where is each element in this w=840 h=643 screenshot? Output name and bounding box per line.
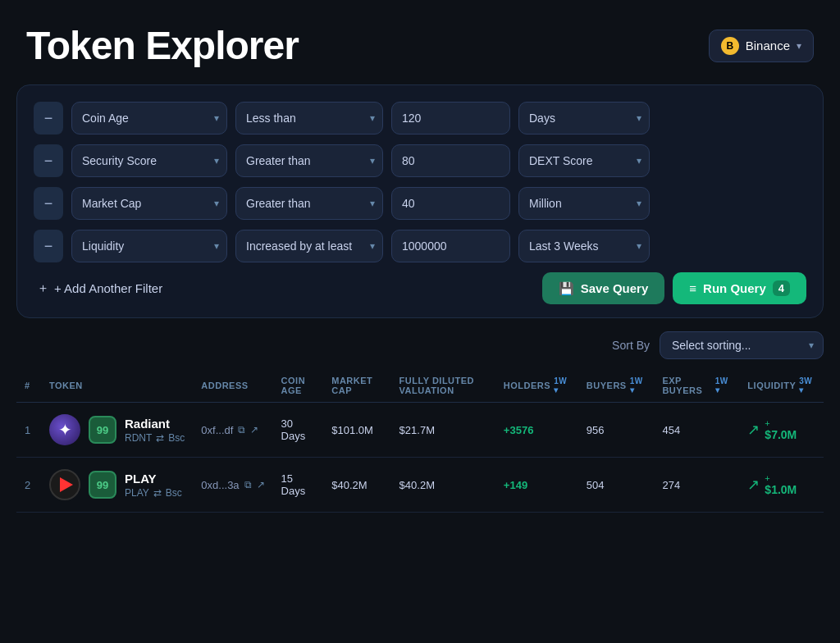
row-2-holders: +149	[495, 458, 578, 513]
row-2-liquidity-value: $1.0M	[765, 483, 797, 496]
remove-filter-2-button[interactable]: −	[34, 144, 63, 177]
col-header-liquidity: LIQUIDITY 3W ▾	[739, 371, 824, 403]
row-1-mcap: $101.0M	[323, 403, 390, 458]
remove-filter-4-button[interactable]: −	[34, 230, 63, 262]
row-1-fdv: $21.7M	[391, 403, 495, 458]
filter-row-1: − Coin Age Security Score Market Cap Liq…	[34, 102, 806, 135]
play-score-badge: 99	[89, 471, 116, 499]
filter-type-3-select[interactable]: Market Cap Coin Age Security Score Liqui…	[71, 187, 227, 220]
filter-operator-1-wrapper: Less than Greater than Increased by at l…	[235, 102, 383, 135]
save-query-button[interactable]: 💾 Save Query	[542, 272, 665, 304]
filter-operator-4-select[interactable]: Increased by at least Less than Greater …	[235, 230, 383, 262]
filter-unit-2-select[interactable]: DEXT Score	[518, 144, 650, 177]
row-1-holders: +3576	[495, 403, 578, 458]
filter-unit-4-wrapper: Last 3 Weeks Last Week Last Month	[518, 230, 650, 262]
buyers-period[interactable]: 1W ▾	[630, 376, 646, 394]
holders-label: HOLDERS	[504, 381, 550, 390]
sort-select[interactable]: Select sorting... Market Cap Liquidity H…	[660, 331, 824, 359]
filter-type-2-select[interactable]: Security Score Coin Age Market Cap Liqui…	[71, 144, 227, 177]
filter-row-4: − Liquidity Coin Age Security Score Mark…	[34, 230, 806, 262]
row-2-liquidity: ↗ + $1.0M	[739, 458, 824, 513]
table-row: 1 ✦ 99 Radiant RDNT ⇄ Bsc	[16, 403, 824, 458]
play-symbol: PLAY	[125, 487, 149, 499]
copy-icon[interactable]: ⧉	[238, 424, 245, 436]
row-2-age: 15 Days	[273, 458, 324, 513]
radiant-symbol: RDNT	[125, 432, 152, 444]
sort-label: Sort By	[612, 339, 650, 352]
filter-type-3-wrapper: Market Cap Coin Age Security Score Liqui…	[71, 187, 227, 220]
page-title: Token Explorer	[26, 23, 299, 68]
play-symbol-row: PLAY ⇄ Bsc	[125, 487, 182, 499]
row-2-buyers: 504	[578, 458, 655, 513]
radiant-icon: ✦	[58, 420, 72, 440]
filter-operator-2-wrapper: Greater than Less than Increased by at l…	[235, 144, 383, 177]
liquidity-label: LIQUIDITY	[747, 381, 796, 390]
table-row: 2 99 PLAY PLAY ⇄ Bsc	[16, 458, 824, 513]
filter-unit-1-select[interactable]: Days Weeks Months	[518, 102, 650, 135]
chain-swap-icon: ⇄	[156, 432, 164, 444]
filter-operator-1-select[interactable]: Less than Greater than Increased by at l…	[235, 102, 383, 135]
col-header-token: TOKEN	[41, 371, 193, 403]
filter-value-1-input[interactable]	[391, 102, 510, 135]
exchange-name: Binance	[746, 39, 790, 52]
external-link-icon[interactable]: ↗	[250, 424, 258, 436]
filter-value-4-input[interactable]	[391, 230, 510, 262]
sort-bar: Sort By Select sorting... Market Cap Liq…	[16, 331, 824, 359]
filter-value-2-input[interactable]	[391, 144, 510, 177]
col-header-mcap: MARKET CAP	[323, 371, 390, 403]
trend-up-icon: ↗	[747, 421, 760, 439]
filter-operator-2-select[interactable]: Greater than Less than Increased by at l…	[235, 144, 383, 177]
col-header-num: #	[16, 371, 41, 403]
filter-icon: ≡	[689, 281, 696, 295]
radiant-name: Radiant	[125, 417, 185, 431]
filter-type-1-select[interactable]: Coin Age Security Score Market Cap Liqui…	[71, 102, 227, 135]
remove-filter-1-button[interactable]: −	[34, 102, 63, 135]
filter-unit-2-wrapper: DEXT Score	[518, 144, 650, 177]
filter-unit-3-select[interactable]: Million Billion Thousand	[518, 187, 650, 220]
radiant-name-group: Radiant RDNT ⇄ Bsc	[125, 417, 185, 444]
filter-unit-4-select[interactable]: Last 3 Weeks Last Week Last Month	[518, 230, 650, 262]
play-address-text: 0xd...3a	[201, 479, 239, 491]
save-query-label: Save Query	[581, 281, 649, 295]
row-1-buyers: 956	[578, 403, 655, 458]
radiant-chain: Bsc	[168, 432, 185, 444]
copy-icon-2[interactable]: ⧉	[244, 479, 252, 490]
add-filter-button[interactable]: ＋ + Add Another Filter	[34, 274, 166, 303]
table-body: 1 ✦ 99 Radiant RDNT ⇄ Bsc	[16, 403, 824, 513]
row-2-mcap: $40.2M	[323, 458, 390, 513]
chevron-down-icon: ▾	[797, 40, 801, 52]
results-table: # TOKEN ADDRESS COIN AGE MARKET CAP FULL…	[16, 371, 824, 513]
filter-value-3-input[interactable]	[391, 187, 510, 220]
col-header-exp-buyers: EXP BUYERS 1W ▾	[654, 371, 739, 403]
row-1-liquidity: ↗ + $7.0M	[739, 403, 824, 458]
filter-actions: ＋ + Add Another Filter 💾 Save Query ≡ Ru…	[34, 272, 806, 304]
run-query-button[interactable]: ≡ Run Query 4	[673, 272, 806, 304]
liquidity-period[interactable]: 3W ▾	[799, 376, 815, 394]
filter-type-1-wrapper: Coin Age Security Score Market Cap Liqui…	[71, 102, 227, 135]
table-header: # TOKEN ADDRESS COIN AGE MARKET CAP FULL…	[16, 371, 824, 403]
page-header: Token Explorer B Binance ▾	[0, 0, 840, 84]
row-1-age: 30 Days	[273, 403, 324, 458]
col-header-address: ADDRESS	[193, 371, 272, 403]
row-1-num: 1	[16, 403, 41, 458]
chain-swap-icon-2: ⇄	[153, 487, 162, 499]
external-link-icon-2[interactable]: ↗	[257, 479, 265, 490]
col-header-holders: HOLDERS 1W ▾	[495, 371, 578, 403]
exp-buyers-period[interactable]: 1W ▾	[715, 376, 732, 394]
play-icon	[60, 477, 73, 492]
results-section: Sort By Select sorting... Market Cap Liq…	[0, 318, 840, 513]
buyers-label: BUYERS	[587, 381, 627, 390]
run-query-count-badge: 4	[773, 280, 790, 296]
filter-type-4-select[interactable]: Liquidity Coin Age Security Score Market…	[71, 230, 227, 262]
holders-period[interactable]: 1W ▾	[554, 376, 570, 394]
col-header-age: COIN AGE	[273, 371, 324, 403]
filter-unit-3-wrapper: Million Billion Thousand	[518, 187, 650, 220]
row-2-token-cell: 99 PLAY PLAY ⇄ Bsc	[41, 458, 193, 513]
remove-filter-3-button[interactable]: −	[34, 187, 63, 220]
filter-row-2: − Security Score Coin Age Market Cap Liq…	[34, 144, 806, 177]
trend-up-icon-2: ↗	[747, 476, 760, 494]
exchange-selector[interactable]: B Binance ▾	[709, 30, 814, 62]
filter-operator-3-wrapper: Greater than Less than Increased by at l…	[235, 187, 383, 220]
filter-operator-3-select[interactable]: Greater than Less than Increased by at l…	[235, 187, 383, 220]
col-header-fdv: FULLY DILUTED VALUATION	[391, 371, 495, 403]
